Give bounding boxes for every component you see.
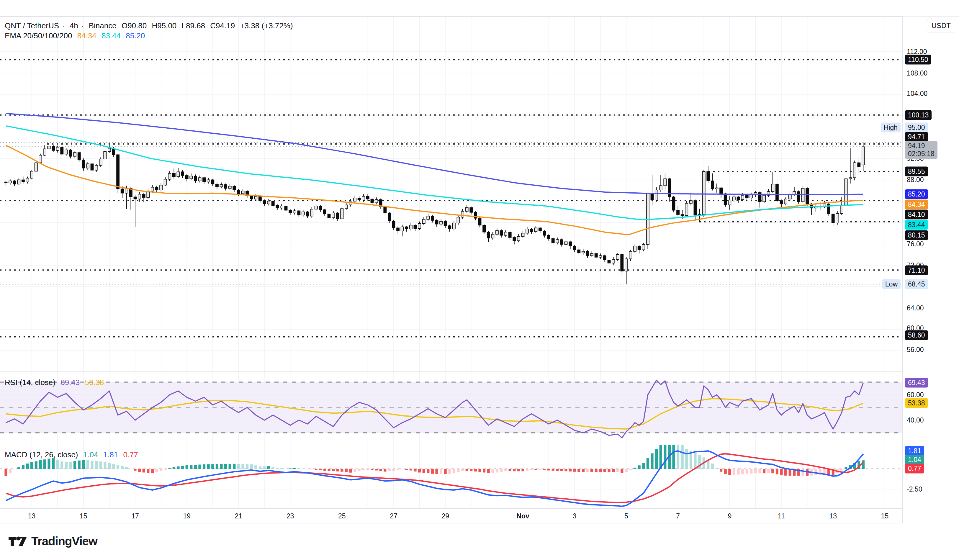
candle bbox=[401, 227, 404, 231]
candle bbox=[418, 224, 421, 228]
high-label: High bbox=[881, 123, 900, 132]
candle bbox=[478, 218, 481, 226]
price-tick: 64.00 bbox=[907, 304, 924, 312]
candle bbox=[48, 146, 50, 149]
candle bbox=[69, 150, 72, 156]
candle bbox=[840, 205, 843, 213]
candle bbox=[621, 255, 623, 271]
price-axis[interactable]: USDT 112.00108.00104.0092.0088.0076.0072… bbox=[902, 16, 959, 523]
ema20-value: 84.34 bbox=[77, 31, 97, 40]
candle bbox=[685, 203, 688, 216]
time-label: 27 bbox=[390, 512, 397, 520]
candle bbox=[707, 172, 709, 181]
candle bbox=[827, 204, 830, 214]
candle bbox=[504, 232, 507, 235]
macd-legend[interactable]: MACD (12, 26, close) 1.04 1.81 0.77 bbox=[5, 450, 141, 460]
candle bbox=[780, 200, 782, 204]
candle bbox=[65, 150, 68, 154]
level-badge-100-13: 100.13 bbox=[905, 110, 932, 120]
candle bbox=[30, 171, 33, 178]
candle bbox=[108, 148, 111, 152]
candle bbox=[720, 188, 722, 194]
candle bbox=[319, 206, 322, 210]
candle bbox=[642, 244, 645, 250]
candle bbox=[608, 260, 610, 263]
candle bbox=[564, 242, 567, 244]
candle bbox=[466, 208, 468, 212]
price-tick: 104.00 bbox=[907, 90, 927, 98]
symbol-legend[interactable]: QNT / TetherUS· 4h· Binance O90.80 H95.0… bbox=[5, 21, 296, 30]
tradingview-logo[interactable]: TradingView bbox=[8, 535, 97, 548]
candle bbox=[267, 201, 270, 204]
candle bbox=[306, 212, 309, 216]
candle bbox=[694, 200, 696, 215]
macd-line-badge: 1.81 bbox=[905, 446, 924, 456]
candle bbox=[806, 188, 809, 204]
tradingview-logo-text: TradingView bbox=[31, 535, 97, 548]
range-high-badge: 95.00 bbox=[905, 123, 928, 132]
candle bbox=[194, 176, 197, 181]
candle bbox=[862, 146, 865, 165]
candle bbox=[638, 246, 640, 250]
time-label: 25 bbox=[338, 512, 346, 520]
indicator-tick: 40.00 bbox=[907, 416, 924, 424]
ema-legend[interactable]: EMA 20/50/100/200 84.34 83.44 85.20 bbox=[5, 31, 148, 40]
candle bbox=[86, 164, 89, 168]
candle bbox=[539, 228, 542, 231]
candle bbox=[715, 188, 718, 189]
level-badge-110-50: 110.50 bbox=[905, 55, 931, 65]
low-label: Low bbox=[882, 279, 900, 289]
candle bbox=[302, 212, 304, 215]
ohlc-open: O90.80 bbox=[121, 21, 147, 30]
time-label: 7 bbox=[676, 512, 680, 520]
candle bbox=[138, 194, 141, 199]
candle bbox=[405, 227, 408, 229]
candle bbox=[336, 213, 339, 219]
candle bbox=[315, 206, 317, 209]
ema-badge-cyan: 83.44 bbox=[905, 220, 928, 230]
candle bbox=[22, 180, 24, 182]
candle bbox=[82, 160, 85, 168]
price-tick: 88.00 bbox=[907, 176, 924, 184]
candle bbox=[849, 178, 852, 179]
chart-plot-area[interactable] bbox=[0, 0, 959, 560]
time-label: 21 bbox=[235, 512, 242, 520]
candle bbox=[427, 216, 429, 219]
indicator-tick: -2.50 bbox=[907, 485, 922, 493]
symbol-name: QNT / TetherUS bbox=[5, 21, 59, 30]
candle bbox=[690, 200, 692, 203]
macd-signal-value: 0.77 bbox=[123, 450, 138, 459]
candle bbox=[366, 197, 369, 199]
candle bbox=[746, 195, 748, 198]
time-axis[interactable]: 131517192123252729Nov3579111315 bbox=[0, 508, 902, 523]
candle bbox=[629, 251, 632, 259]
candle bbox=[793, 191, 795, 194]
candle bbox=[771, 184, 774, 191]
candle bbox=[134, 197, 136, 199]
time-label: 5 bbox=[624, 512, 628, 520]
candle bbox=[341, 208, 343, 219]
candle bbox=[354, 198, 356, 201]
level-badge-71-10: 71.10 bbox=[905, 266, 928, 275]
candle bbox=[711, 181, 714, 189]
candle bbox=[311, 209, 313, 216]
candle bbox=[155, 187, 158, 190]
candle bbox=[560, 240, 563, 244]
candle bbox=[73, 153, 76, 156]
rsi-legend[interactable]: RSI (14, close) 69.43 53.38 bbox=[5, 378, 107, 387]
price-tick: 112.00 bbox=[907, 48, 927, 56]
candle bbox=[836, 213, 839, 223]
time-label: Nov bbox=[516, 512, 529, 520]
candle bbox=[190, 176, 193, 179]
candle bbox=[298, 211, 300, 215]
candle bbox=[526, 229, 529, 233]
candle bbox=[280, 206, 283, 208]
candle bbox=[483, 225, 486, 232]
level-badge-84-10: 84.10 bbox=[905, 210, 928, 220]
rsi-legend-label: RSI (14, close) bbox=[5, 378, 56, 387]
currency-toggle-button[interactable]: USDT bbox=[926, 19, 956, 32]
rsi-ma-badge: 53.38 bbox=[905, 398, 928, 408]
candle bbox=[513, 237, 516, 241]
candle bbox=[224, 185, 227, 189]
price-tick: 56.00 bbox=[907, 346, 924, 354]
